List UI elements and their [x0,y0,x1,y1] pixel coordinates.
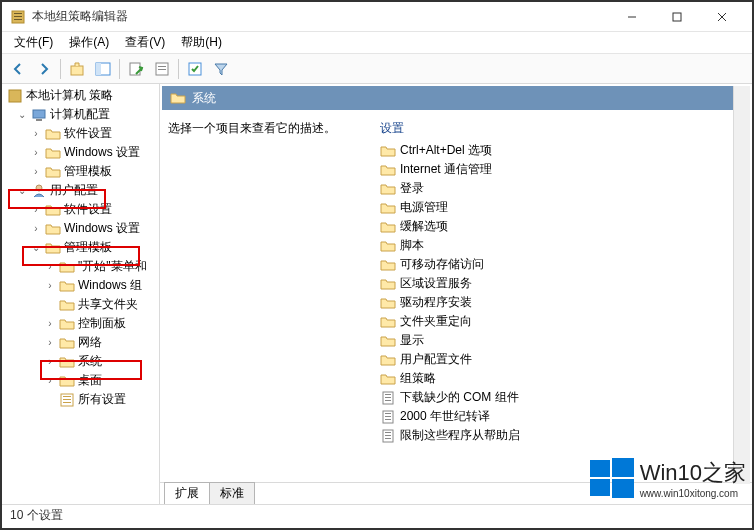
chevron-right-icon[interactable]: › [44,375,56,387]
tree-item[interactable]: ›控制面板 [2,314,159,333]
chevron-right-icon[interactable]: › [30,128,42,140]
details-header: 系统 [162,86,750,110]
folder-icon [59,354,75,370]
chevron-right-icon[interactable]: › [30,166,42,178]
tree-item[interactable]: ›Windows 设置 [2,219,159,238]
tree-item[interactable]: ›桌面 [2,371,159,390]
svg-rect-5 [673,13,681,21]
computer-icon [31,107,47,123]
description-column: 选择一个项目来查看它的描述。 [168,116,378,478]
tree-pane[interactable]: 本地计算机 策略 ⌄ 计算机配置 ›软件设置 ›Windows 设置 ›管理模板… [2,84,160,504]
tree-label: Windows 组 [78,277,142,294]
list-header[interactable]: 设置 [378,116,744,141]
chevron-right-icon[interactable]: › [44,337,56,349]
close-button[interactable] [699,2,744,32]
chevron-right-icon[interactable]: › [44,318,56,330]
refresh-button[interactable] [150,57,174,81]
properties-button[interactable] [183,57,207,81]
list-item[interactable]: 显示 [378,331,744,350]
minimize-button[interactable] [609,2,654,32]
chevron-down-icon[interactable]: ⌄ [30,242,42,254]
toolbar-separator [119,59,120,79]
tree-item[interactable]: ›管理模板 [2,162,159,181]
list-item[interactable]: 2000 年世纪转译 [378,407,744,426]
list-item[interactable]: 可移动存储访问 [378,255,744,274]
show-hide-tree-button[interactable] [91,57,115,81]
menu-file[interactable]: 文件(F) [6,32,61,53]
folder-icon [59,335,75,351]
vertical-scrollbar[interactable] [733,86,750,484]
menu-help[interactable]: 帮助(H) [173,32,230,53]
chevron-right-icon[interactable]: › [44,356,56,368]
tab-extended[interactable]: 扩展 [164,482,210,504]
list-item[interactable]: 区域设置服务 [378,274,744,293]
chevron-right-icon[interactable]: › [44,261,56,273]
tree-computer-config[interactable]: ⌄ 计算机配置 [2,105,159,124]
chevron-right-icon[interactable]: › [30,147,42,159]
tree-item[interactable]: 共享文件夹 [2,295,159,314]
content-area: 本地计算机 策略 ⌄ 计算机配置 ›软件设置 ›Windows 设置 ›管理模板… [2,84,752,504]
list-item[interactable]: 登录 [378,179,744,198]
svg-rect-30 [385,416,391,417]
tree-item[interactable]: ›软件设置 [2,124,159,143]
up-button[interactable] [65,57,89,81]
list-item-label: 缓解选项 [400,218,448,235]
svg-rect-36 [590,460,610,477]
folder-icon [380,314,396,330]
list-item-label: 2000 年世纪转译 [400,408,490,425]
tree-root[interactable]: 本地计算机 策略 [2,86,159,105]
watermark-suffix: 之家 [702,460,746,485]
back-button[interactable] [6,57,30,81]
tree-system[interactable]: ›系统 [2,352,159,371]
tree-label: 共享文件夹 [78,296,138,313]
chevron-right-icon[interactable]: › [44,280,56,292]
list-item-label: 可移动存储访问 [400,256,484,273]
list-item[interactable]: 组策略 [378,369,744,388]
svg-rect-8 [71,66,83,75]
list-item[interactable]: 缓解选项 [378,217,744,236]
list-item[interactable]: 用户配置文件 [378,350,744,369]
forward-button[interactable] [32,57,56,81]
policy-icon [7,88,23,104]
tree-user-config[interactable]: ⌄用户配置 [2,181,159,200]
list-item[interactable]: 脚本 [378,236,744,255]
folder-icon [45,240,61,256]
chevron-down-icon[interactable]: ⌄ [16,185,28,197]
list-item[interactable]: Internet 通信管理 [378,160,744,179]
filter-button[interactable] [209,57,233,81]
folder-icon [380,200,396,216]
svg-rect-22 [63,399,71,400]
tree-item[interactable]: 所有设置 [2,390,159,409]
tree-item[interactable]: ›"开始"菜单和 [2,257,159,276]
tab-standard[interactable]: 标准 [209,482,255,504]
list-item[interactable]: 下载缺少的 COM 组件 [378,388,744,407]
toolbar [2,54,752,84]
tree-item[interactable]: ›Windows 组 [2,276,159,295]
menu-action[interactable]: 操作(A) [61,32,117,53]
maximize-button[interactable] [654,2,699,32]
list-item[interactable]: 电源管理 [378,198,744,217]
list-item-label: 登录 [400,180,424,197]
list-item[interactable]: 文件夹重定向 [378,312,744,331]
chevron-right-icon[interactable]: › [30,223,42,235]
tree-label: 本地计算机 策略 [26,87,113,104]
tree-item[interactable]: ›软件设置 [2,200,159,219]
folder-icon [59,259,75,275]
svg-rect-31 [385,419,391,420]
tree-admin-templates[interactable]: ⌄管理模板 [2,238,159,257]
list-item-label: 限制这些程序从帮助启 [400,427,520,444]
list-item[interactable]: Ctrl+Alt+Del 选项 [378,141,744,160]
chevron-down-icon[interactable]: ⌄ [16,109,28,121]
list-item-label: Internet 通信管理 [400,161,492,178]
svg-rect-25 [385,394,391,395]
chevron-right-icon[interactable]: › [30,204,42,216]
user-icon [31,183,47,199]
export-button[interactable] [124,57,148,81]
tree-item[interactable]: ›Windows 设置 [2,143,159,162]
list-item[interactable]: 驱动程序安装 [378,293,744,312]
svg-rect-10 [96,63,101,75]
tree-label: 桌面 [78,372,102,389]
tree-item[interactable]: ›网络 [2,333,159,352]
list-item[interactable]: 限制这些程序从帮助启 [378,426,744,445]
menu-view[interactable]: 查看(V) [117,32,173,53]
